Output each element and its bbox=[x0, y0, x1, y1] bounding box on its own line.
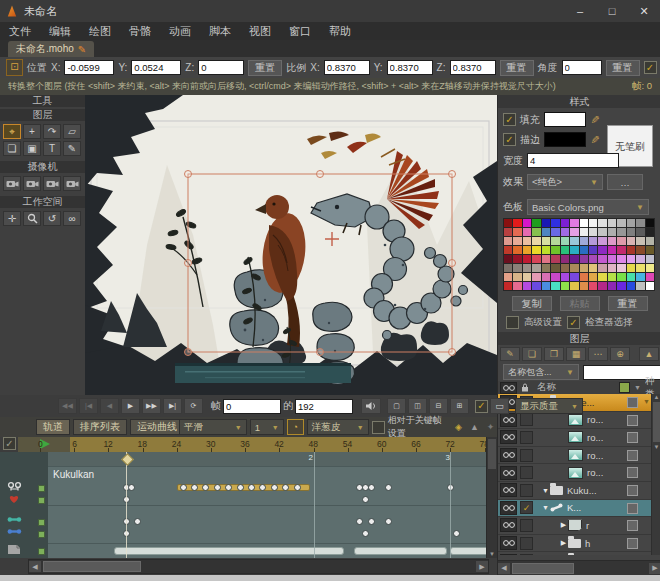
palette-swatch[interactable] bbox=[504, 273, 512, 281]
palette-swatch[interactable] bbox=[580, 237, 588, 245]
keyframe-dot[interactable] bbox=[214, 484, 221, 491]
scroll-right-icon[interactable]: ▶ bbox=[649, 563, 660, 574]
layer-color-chip[interactable] bbox=[627, 467, 638, 478]
palette-swatch[interactable] bbox=[542, 228, 550, 236]
palette-swatch[interactable] bbox=[608, 273, 616, 281]
keyframe-dot[interactable] bbox=[271, 484, 278, 491]
effect-more-button[interactable]: … bbox=[607, 174, 643, 190]
visibility-icon[interactable] bbox=[500, 448, 517, 462]
rotate-layer-tool[interactable]: ↷ bbox=[43, 124, 61, 139]
display-quality-dropdown[interactable]: 显示质量 ▼ bbox=[515, 398, 583, 414]
current-frame-input[interactable] bbox=[223, 399, 281, 414]
camera-track-tool[interactable] bbox=[3, 176, 21, 191]
group-layer-icon[interactable]: ❐ bbox=[544, 347, 564, 361]
playback-disabled-1[interactable]: |◀ bbox=[79, 398, 98, 414]
palette-swatch[interactable] bbox=[627, 246, 635, 254]
bone-translate-channel-icon[interactable] bbox=[7, 515, 22, 524]
layers-horizontal-scrollbar[interactable]: ◀ ▶ bbox=[498, 560, 660, 575]
palette-swatch[interactable] bbox=[542, 264, 550, 272]
menu-item-编辑[interactable]: 编辑 bbox=[40, 24, 80, 39]
advanced-settings-checkbox[interactable]: ✓ bbox=[506, 316, 519, 329]
keyframe-dot[interactable] bbox=[368, 518, 375, 525]
menu-item-视图[interactable]: 视图 bbox=[240, 24, 280, 39]
collapse-panel-icon[interactable]: ▲ bbox=[639, 347, 659, 361]
palette-swatch[interactable] bbox=[589, 237, 597, 245]
palette-swatch[interactable] bbox=[636, 237, 644, 245]
palette-swatch[interactable] bbox=[551, 246, 559, 254]
visibility-icon[interactable] bbox=[500, 554, 517, 555]
layer-checkbox[interactable]: ✓ bbox=[520, 501, 533, 514]
angle-input[interactable] bbox=[562, 60, 602, 75]
orbit-workspace-tool[interactable]: ∞ bbox=[63, 211, 81, 226]
palette-swatch[interactable] bbox=[561, 246, 569, 254]
layer-row[interactable]: ▶r bbox=[498, 517, 652, 535]
palette-swatch[interactable] bbox=[513, 246, 521, 254]
palette-swatch[interactable] bbox=[532, 219, 540, 227]
new-layer-icon[interactable]: ✎ bbox=[500, 347, 520, 361]
palette-swatch[interactable] bbox=[570, 246, 578, 254]
pos-y-input[interactable] bbox=[131, 60, 181, 75]
palette-swatch[interactable] bbox=[617, 282, 625, 290]
timeline-tab-轨道[interactable]: 轨道 bbox=[36, 419, 70, 435]
stroke-brush-icon[interactable]: ✎ bbox=[588, 135, 601, 144]
picker-select-checkbox[interactable]: ✓ bbox=[567, 316, 580, 329]
palette-swatch[interactable] bbox=[617, 273, 625, 281]
palette-swatch[interactable] bbox=[523, 246, 531, 254]
expand-icon[interactable]: ▶ bbox=[559, 521, 568, 529]
palette-swatch[interactable] bbox=[627, 219, 635, 227]
camera-zoom-tool[interactable] bbox=[23, 176, 41, 191]
palette-swatch[interactable] bbox=[608, 246, 616, 254]
channel-enabled-dot[interactable] bbox=[38, 485, 45, 492]
palette-swatch[interactable] bbox=[646, 228, 654, 236]
relative-keyframes-checkbox[interactable]: ✓ bbox=[372, 421, 385, 434]
layer-color-chip[interactable] bbox=[627, 538, 638, 549]
layer-color-chip[interactable] bbox=[627, 503, 638, 514]
palette-swatch[interactable] bbox=[598, 228, 606, 236]
palette-swatch[interactable] bbox=[532, 246, 540, 254]
palette-swatch[interactable] bbox=[542, 255, 550, 263]
palette-swatch[interactable] bbox=[589, 273, 597, 281]
keyframe-dot[interactable] bbox=[180, 484, 187, 491]
paste-style-button[interactable]: 粘贴 bbox=[560, 296, 600, 311]
timeline-tracks[interactable]: Kukulkan 23 bbox=[48, 452, 487, 558]
keyframe-dot[interactable] bbox=[191, 484, 198, 491]
palette-swatch[interactable] bbox=[504, 246, 512, 254]
palette-swatch[interactable] bbox=[513, 219, 521, 227]
layer-checkbox[interactable] bbox=[520, 449, 533, 462]
palette-swatch[interactable] bbox=[608, 219, 616, 227]
draw-tool[interactable]: ✎ bbox=[63, 141, 81, 156]
keyframe-dot[interactable] bbox=[362, 496, 369, 503]
palette-swatch[interactable] bbox=[551, 264, 559, 272]
layout-toggle-icon-1[interactable]: ◫ bbox=[408, 398, 427, 414]
palette-swatch[interactable] bbox=[627, 237, 635, 245]
timeline-tab-排序列表[interactable]: 排序列表 bbox=[73, 419, 127, 435]
palette-swatch[interactable] bbox=[580, 219, 588, 227]
layer-row[interactable]: ✓▼K... bbox=[498, 500, 652, 518]
palette-swatch[interactable] bbox=[636, 264, 644, 272]
menu-item-骨骼[interactable]: 骨骼 bbox=[120, 24, 160, 39]
menu-item-绘图[interactable]: 绘图 bbox=[80, 24, 120, 39]
palette-swatch[interactable] bbox=[513, 273, 521, 281]
palette-swatch[interactable] bbox=[561, 273, 569, 281]
palette-swatch[interactable] bbox=[627, 282, 635, 290]
palette-swatch[interactable] bbox=[636, 255, 644, 263]
speaker-icon[interactable] bbox=[361, 398, 381, 414]
palette-swatch[interactable] bbox=[570, 273, 578, 281]
menu-item-帮助[interactable]: 帮助 bbox=[320, 24, 360, 39]
chevron-down-icon[interactable]: ▼ bbox=[643, 398, 650, 405]
visibility-icon[interactable] bbox=[500, 430, 517, 444]
palette-swatch[interactable] bbox=[504, 228, 512, 236]
channel-enabled-dot[interactable] bbox=[38, 548, 45, 555]
scale-y-input[interactable] bbox=[387, 60, 433, 75]
palette-swatch[interactable] bbox=[589, 255, 597, 263]
play-button[interactable]: ▶ bbox=[121, 398, 140, 414]
palette-swatch[interactable] bbox=[636, 282, 644, 290]
canvas[interactable] bbox=[85, 95, 497, 395]
collapse-icon[interactable]: ▼ bbox=[541, 504, 550, 511]
palette-swatch[interactable] bbox=[617, 264, 625, 272]
palette-swatch[interactable] bbox=[523, 264, 531, 272]
layer-color-chip[interactable] bbox=[627, 520, 638, 531]
palette-swatch[interactable] bbox=[532, 255, 540, 263]
palette-swatch[interactable] bbox=[542, 273, 550, 281]
palette-swatch[interactable] bbox=[589, 246, 597, 254]
